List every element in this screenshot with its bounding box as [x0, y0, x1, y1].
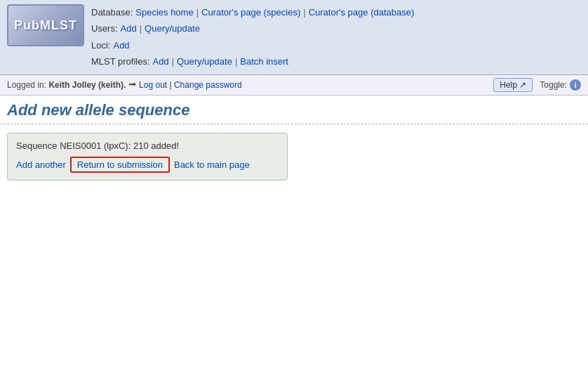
nav-links: Database: Species home | Curator's page … [91, 4, 581, 70]
help-button[interactable]: Help ↗ [493, 78, 533, 92]
users-label: Users: [91, 20, 118, 37]
change-password-link[interactable]: Change password [174, 80, 242, 90]
login-bar: Logged in: Keith Jolley (keith). ⮕ Log o… [0, 75, 588, 96]
mlst-query-link[interactable]: Query/update [177, 53, 232, 70]
mlst-batch-link[interactable]: Batch insert [240, 53, 288, 70]
logout-link[interactable]: Log out [139, 80, 167, 90]
users-query-link[interactable]: Query/update [145, 20, 200, 37]
add-another-link[interactable]: Add another [16, 159, 66, 170]
loci-nav-row: Loci: Add [91, 37, 581, 53]
loci-add-link[interactable]: Add [113, 37, 129, 53]
curators-page-database-link[interactable]: Curator's page (database) [309, 4, 415, 20]
success-message: Sequence NEIS0001 (lpxC): 210 added! [16, 140, 279, 151]
back-to-main-link[interactable]: Back to main page [174, 159, 250, 170]
header: PubMLST Database: Species home | Curator… [0, 0, 588, 75]
pubmlst-logo: PubMLST [7, 4, 84, 46]
curators-page-species-link[interactable]: Curator's page (species) [201, 4, 300, 20]
loci-label: Loci: [91, 37, 110, 53]
database-label: Database: [91, 4, 133, 20]
main-content: Sequence NEIS0001 (lpxC): 210 added! Add… [0, 124, 588, 196]
page-title-bar: Add new allele sequence [0, 96, 588, 124]
database-nav-row: Database: Species home | Curator's page … [91, 4, 581, 20]
right-controls: Help ↗ Toggle: i [493, 78, 581, 92]
result-box: Sequence NEIS0001 (lpxC): 210 added! Add… [7, 133, 288, 180]
return-to-submission-button[interactable]: Return to submission [70, 157, 170, 173]
users-add-link[interactable]: Add [121, 20, 137, 37]
logged-in-text: Logged in: [7, 80, 48, 90]
toggle-area: Toggle: i [540, 79, 581, 91]
mlst-nav-row: MLST profiles: Add | Query/update | Batc… [91, 53, 581, 70]
mlst-add-link[interactable]: Add [153, 53, 169, 70]
species-home-link[interactable]: Species home [135, 4, 193, 20]
toggle-label: Toggle: [540, 80, 567, 90]
login-info: Logged in: Keith Jolley (keith). ⮕ Log o… [7, 80, 242, 90]
info-icon[interactable]: i [570, 79, 581, 91]
page-title: Add new allele sequence [7, 101, 581, 119]
users-nav-row: Users: Add | Query/update [91, 20, 581, 37]
mlst-label: MLST profiles: [91, 53, 150, 70]
action-links: Add another Return to submission Back to… [16, 157, 279, 173]
logged-in-user: Keith Jolley (keith). [48, 80, 126, 90]
